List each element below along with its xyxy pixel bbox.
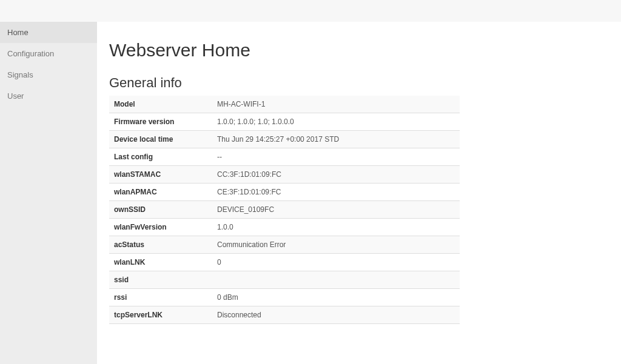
sidebar-item-home[interactable]: Home [0,22,97,43]
row-value: CE:3F:1D:01:09:FC [212,184,460,201]
row-value: Thu Jun 29 14:25:27 +0:00 2017 STD [212,131,460,148]
row-value: 1.0.0 [212,219,460,236]
row-value [212,271,460,289]
sidebar-item-signals[interactable]: Signals [0,64,97,85]
table-row: wlanSTAMAC CC:3F:1D:01:09:FC [109,166,460,184]
table-row: ownSSID DEVICE_0109FC [109,201,460,219]
table-row: wlanAPMAC CE:3F:1D:01:09:FC [109,184,460,201]
table-row: Device local time Thu Jun 29 14:25:27 +0… [109,131,460,148]
row-value: Communication Error [212,236,460,254]
general-info-heading: General info [109,75,460,91]
row-label: ssid [109,271,212,289]
row-label: tcpServerLNK [109,306,212,324]
table-row: Model MH-AC-WIFI-1 [109,96,460,113]
table-row: wlanLNK 0 [109,254,460,271]
content-inner: Webserver Home General info Model MH-AC-… [109,40,460,324]
sidebar-item-configuration[interactable]: Configuration [0,43,97,64]
table-row: Firmware version 1.0.0; 1.0.0; 1.0; 1.0.… [109,113,460,131]
page-title: Webserver Home [109,40,460,65]
table-row: rssi 0 dBm [109,289,460,306]
row-value: -- [212,148,460,166]
row-label: wlanAPMAC [109,184,212,201]
row-value: CC:3F:1D:01:09:FC [212,166,460,184]
row-label: rssi [109,289,212,306]
sidebar-item-label: User [7,91,24,101]
row-value: 0 dBm [212,289,460,306]
row-value: 1.0.0; 1.0.0; 1.0; 1.0.0.0 [212,113,460,131]
row-value: DEVICE_0109FC [212,201,460,219]
sidebar-item-label: Home [7,28,29,37]
row-label: acStatus [109,236,212,254]
row-value: MH-AC-WIFI-1 [212,96,460,113]
table-row: Last config -- [109,148,460,166]
sidebar-item-user[interactable]: User [0,85,97,107]
row-label: Firmware version [109,113,212,131]
row-label: Last config [109,148,212,166]
table-row: wlanFwVersion 1.0.0 [109,219,460,236]
row-label: wlanSTAMAC [109,166,212,184]
table-row: tcpServerLNK Disconnected [109,306,460,324]
content-area: Webserver Home General info Model MH-AC-… [97,22,621,364]
sidebar: Home Configuration Signals User [0,22,97,364]
table-row: ssid [109,271,460,289]
row-label: Model [109,96,212,113]
general-info-table: Model MH-AC-WIFI-1 Firmware version 1.0.… [109,96,460,324]
row-label: wlanFwVersion [109,219,212,236]
sidebar-item-label: Configuration [7,49,54,58]
row-value: Disconnected [212,306,460,324]
top-bar [0,0,621,22]
row-value: 0 [212,254,460,271]
sidebar-item-label: Signals [7,70,33,79]
table-row: acStatus Communication Error [109,236,460,254]
page-layout: Home Configuration Signals User Webserve… [0,22,621,364]
row-label: Device local time [109,131,212,148]
row-label: wlanLNK [109,254,212,271]
row-label: ownSSID [109,201,212,219]
